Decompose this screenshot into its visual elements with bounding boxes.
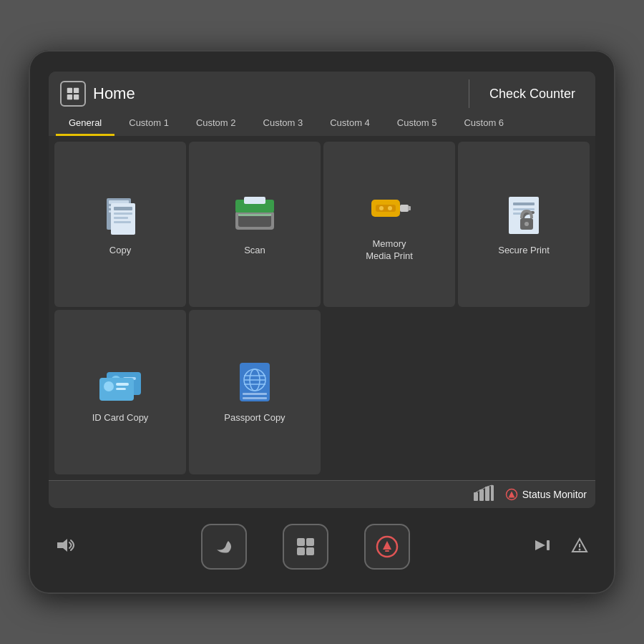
volume-icon <box>56 536 77 558</box>
svg-rect-26 <box>513 208 535 210</box>
app-tile-memory-media-print[interactable]: Memory Media Print <box>323 142 455 307</box>
app-tile-secure-print[interactable]: Secure Print <box>458 142 590 307</box>
svg-rect-0 <box>67 88 72 93</box>
svg-rect-48 <box>485 487 489 501</box>
svg-marker-61 <box>383 541 391 550</box>
scan-label: Scan <box>244 245 265 257</box>
svg-rect-56 <box>297 538 305 546</box>
app-tile-passport-copy[interactable]: Passport Copy <box>189 310 321 475</box>
app-tile-scan[interactable]: Scan <box>189 142 321 307</box>
svg-rect-37 <box>116 388 126 390</box>
screen: Home Check Counter General Custom 1 Cust… <box>49 72 595 508</box>
svg-rect-59 <box>306 547 314 555</box>
tab-custom4[interactable]: Custom 4 <box>317 112 383 136</box>
svg-rect-11 <box>114 217 128 219</box>
tab-custom2[interactable]: Custom 2 <box>183 112 249 136</box>
home-button[interactable] <box>283 524 328 570</box>
svg-point-23 <box>388 206 392 210</box>
tab-custom3[interactable]: Custom 3 <box>250 112 316 136</box>
svg-rect-47 <box>479 489 484 501</box>
svg-rect-45 <box>243 397 267 399</box>
memory-media-print-label: Memory Media Print <box>366 238 413 263</box>
passport-copy-icon <box>232 359 278 405</box>
home-title-area: Home <box>60 81 135 107</box>
svg-rect-19 <box>400 205 409 212</box>
bottom-controls <box>49 515 595 580</box>
svg-rect-10 <box>114 213 132 215</box>
svg-rect-9 <box>114 207 132 210</box>
svg-rect-58 <box>297 547 305 555</box>
svg-marker-55 <box>57 539 67 552</box>
indicator-row <box>534 537 588 557</box>
check-counter-button[interactable]: Check Counter <box>481 82 584 106</box>
screen-header: Home Check Counter <box>49 72 595 109</box>
home-icon <box>60 81 86 107</box>
status-monitor-button[interactable]: Status Monitor <box>505 488 587 501</box>
sleep-button[interactable] <box>201 524 247 570</box>
svg-rect-12 <box>114 221 131 223</box>
svg-rect-2 <box>67 94 72 99</box>
svg-marker-63 <box>535 540 545 550</box>
bottom-indicators <box>534 537 588 557</box>
id-card-copy-icon <box>97 359 143 405</box>
secure-print-icon <box>501 192 547 238</box>
svg-rect-64 <box>547 540 550 550</box>
scan-icon <box>232 192 278 238</box>
status-monitor-icon <box>505 488 518 501</box>
header-divider <box>469 79 469 108</box>
svg-rect-46 <box>474 492 478 501</box>
copy-label: Copy <box>109 245 131 257</box>
svg-point-22 <box>379 206 384 210</box>
svg-rect-3 <box>74 94 79 99</box>
svg-rect-21 <box>376 205 396 212</box>
warning-icon <box>571 537 588 557</box>
center-hardware-buttons <box>201 524 410 570</box>
svg-rect-25 <box>513 203 535 205</box>
svg-rect-57 <box>306 538 314 546</box>
id-card-copy-label: ID Card Copy <box>92 412 149 424</box>
svg-rect-1 <box>74 88 79 93</box>
svg-rect-20 <box>408 206 411 210</box>
app-tile-id-card-copy[interactable]: ID Card Copy <box>54 310 186 475</box>
forward-icon <box>534 537 551 557</box>
svg-rect-49 <box>491 485 494 501</box>
svg-rect-62 <box>385 550 389 552</box>
tab-custom5[interactable]: Custom 5 <box>384 112 450 136</box>
status-bar: Status Monitor <box>49 480 595 508</box>
svg-point-67 <box>579 548 581 550</box>
svg-point-35 <box>104 381 114 391</box>
svg-rect-16 <box>238 214 271 216</box>
svg-point-29 <box>525 222 529 226</box>
secure-print-label: Secure Print <box>498 245 550 257</box>
tabs-bar: General Custom 1 Custom 2 Custom 3 Custo… <box>49 112 595 136</box>
stop-button[interactable] <box>364 524 410 570</box>
svg-marker-54 <box>508 492 514 498</box>
copy-icon <box>97 192 143 238</box>
svg-rect-44 <box>243 393 267 395</box>
tab-custom1[interactable]: Custom 1 <box>116 112 182 136</box>
tab-custom6[interactable]: Custom 6 <box>451 112 517 136</box>
memory-media-print-icon <box>366 185 412 231</box>
app-tile-copy[interactable]: Copy <box>54 142 186 307</box>
passport-copy-label: Passport Copy <box>224 412 285 424</box>
tab-general[interactable]: General <box>56 112 114 136</box>
svg-rect-36 <box>116 383 129 386</box>
svg-rect-17 <box>244 197 265 204</box>
device-body: Home Check Counter General Custom 1 Cust… <box>29 50 615 594</box>
status-monitor-label: Status Monitor <box>522 489 587 500</box>
page-title: Home <box>93 84 135 103</box>
network-icon <box>474 485 494 504</box>
app-grid: Copy Scan <box>49 136 595 480</box>
